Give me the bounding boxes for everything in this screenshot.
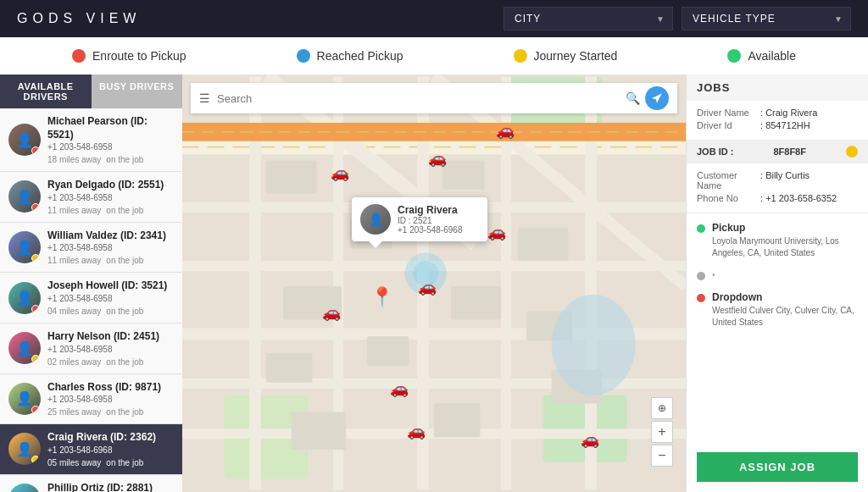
job-id-label: JOB ID : <box>697 146 733 157</box>
vehicle-type-dropdown-wrapper[interactable]: VEHICLE TYPE <box>682 7 851 30</box>
customer-name-row: Customer Name : Billy Curtis <box>697 170 858 191</box>
city-dropdown[interactable]: CITY <box>504 7 673 30</box>
driver-phone: +1 203-548-6958 <box>47 293 174 305</box>
job-driver-info: Driver Name : Craig Rivera Driver Id : 8… <box>687 101 868 141</box>
available-label: Available <box>748 49 796 63</box>
dropdown-location: Dropdown Westfield Culver City, Culver C… <box>697 291 858 329</box>
locations-section: Pickup Loyola Marymount University, Los … <box>687 213 868 444</box>
driver-id-row: Driver Id : 854712HH <box>697 120 858 130</box>
legend-enroute: Enroute to Pickup <box>72 49 186 63</box>
driver-status: on the job <box>106 155 143 164</box>
driver-id-value: : 854712HH <box>760 120 810 130</box>
search-submit-btn[interactable] <box>645 86 669 110</box>
available-dot <box>727 49 741 63</box>
jobs-header: JOBS <box>687 75 868 101</box>
car-enroute-3: 🚗 <box>322 303 341 322</box>
list-item[interactable]: 👤Joseph Howell (ID: 3521)+1 203-548-6958… <box>0 273 182 323</box>
driver-name-row: Driver Name : Craig Rivera <box>697 108 858 118</box>
car-available-4: 🚗 <box>407 422 426 440</box>
driver-info: Michael Pearson (ID: 5521)+1 203-548-695… <box>47 115 174 164</box>
driver-phone: +1 203-548-6958 <box>47 242 174 254</box>
driver-id-label: Driver Id <box>697 120 760 130</box>
journey-dot <box>514 49 527 63</box>
driver-status: on the job <box>106 357 143 367</box>
svg-rect-23 <box>518 228 568 262</box>
avatar: 👤 <box>8 383 41 415</box>
list-item[interactable]: 👤Harry Nelson (ID: 2451)+1 203-548-69580… <box>0 323 182 374</box>
driver-name: Michael Pearson (ID: 5521) <box>47 115 174 141</box>
driver-phone: +1 203-548-6958 <box>47 344 174 356</box>
menu-icon: ☰ <box>199 91 210 105</box>
map-pin: 📍 <box>370 286 393 308</box>
car-available-3: 🚗 <box>390 379 409 398</box>
svg-rect-29 <box>292 412 346 450</box>
pickup-dot <box>697 224 705 233</box>
reached-dot <box>297 49 310 63</box>
driver-info: Craig Rivera (ID: 2362)+1 203-548-696805… <box>47 431 174 467</box>
driver-name-label: Driver Name <box>697 108 760 118</box>
popup-driver-id: ID : 2521 <box>398 216 462 225</box>
list-item[interactable]: 👤Charles Ross (ID: 9871)+1 203-548-69582… <box>0 374 182 425</box>
driver-distance: 25 miles away <box>47 407 101 417</box>
avatar: 👤 <box>8 484 41 492</box>
zoom-in-btn[interactable]: + <box>651 421 673 443</box>
driver-name: Ryan Delgado (ID: 2551) <box>47 179 174 192</box>
driver-name: Harry Nelson (ID: 2451) <box>47 330 174 344</box>
driver-name: Craig Rivera (ID: 2362) <box>47 431 174 445</box>
map-search-bar: ☰ 🔍 <box>191 83 677 113</box>
svg-rect-27 <box>266 353 312 383</box>
svg-rect-26 <box>451 286 501 320</box>
vehicle-type-dropdown[interactable]: VEHICLE TYPE <box>682 7 851 30</box>
waypoint-info: • <box>712 269 715 281</box>
assign-job-button[interactable]: ASSIGN JOB <box>697 452 858 482</box>
driver-info: Ryan Delgado (ID: 2551)+1 203-548-695811… <box>47 179 174 215</box>
driver-distance: 05 miles away <box>47 458 101 467</box>
list-item[interactable]: 👤Phillip Ortiz (ID: 2881)+1 203-548-6958… <box>0 475 182 492</box>
driver-info: Harry Nelson (ID: 2451)+1 203-548-695802… <box>47 330 174 367</box>
map-zoom-controls: ⊕ + − <box>651 397 673 467</box>
driver-status: on the job <box>106 307 143 316</box>
avatar: 👤 <box>8 433 41 465</box>
driver-distance: 04 miles away <box>47 307 101 316</box>
pickup-info: Pickup Loyola Marymount University, Los … <box>712 222 858 259</box>
enroute-dot <box>72 49 86 63</box>
waypoint-address: • <box>712 269 715 281</box>
legend-bar: Enroute to Pickup Reached Pickup Journey… <box>0 37 868 75</box>
avatar: 👤 <box>8 282 41 314</box>
car-enroute-2: 🚗 <box>428 149 447 168</box>
map-area: ☰ 🔍 🚗 🚗 🚗 🚗 🚗 🚗 🚗 🚗 🚗 📍 👤 Craig Rivera I… <box>182 75 686 492</box>
drivers-scroll[interactable]: 👤Michael Pearson (ID: 5521)+1 203-548-69… <box>0 108 182 492</box>
driver-status: on the job <box>106 206 143 215</box>
main-content: AVAILABLE DRIVERS BUSY DRIVERS 👤Michael … <box>0 75 868 492</box>
list-item[interactable]: 👤Craig Rivera (ID: 2362)+1 203-548-69680… <box>0 424 182 475</box>
tab-available-drivers[interactable]: AVAILABLE DRIVERS <box>0 75 92 108</box>
driver-status: on the job <box>106 256 143 265</box>
list-item[interactable]: 👤Ryan Delgado (ID: 2551)+1 203-548-69581… <box>0 172 182 223</box>
driver-info: Charles Ross (ID: 9871)+1 203-548-695825… <box>47 381 174 417</box>
pickup-address: Loyola Marymount University, Los Angeles… <box>712 235 858 259</box>
driver-status: on the job <box>106 458 143 467</box>
customer-name-label: Customer Name <box>697 170 760 191</box>
car-enroute-1: 🚗 <box>331 163 349 182</box>
dropdown-info: Dropdown Westfield Culver City, Culver C… <box>712 291 858 329</box>
list-item[interactable]: 👤William Valdez (ID: 2341)+1 203-548-695… <box>0 223 182 274</box>
driver-info: Phillip Ortiz (ID: 2881)+1 203-548-69581… <box>47 482 174 492</box>
popup-tail <box>369 241 382 248</box>
driver-status: on the job <box>106 407 143 417</box>
zoom-out-btn[interactable]: − <box>651 445 673 467</box>
popup-avatar: 👤 <box>360 204 391 235</box>
waypoint-location: • <box>697 269 858 281</box>
driver-distance: 11 miles away <box>47 206 101 215</box>
driver-info: William Valdez (ID: 2341)+1 203-548-6958… <box>47 229 174 266</box>
tab-busy-drivers[interactable]: BUSY DRIVERS <box>92 75 183 108</box>
popup-info: Craig Rivera ID : 2521 +1 203-548-6968 <box>398 204 462 235</box>
search-input[interactable] <box>217 92 620 105</box>
list-item[interactable]: 👤Michael Pearson (ID: 5521)+1 203-548-69… <box>0 108 182 172</box>
search-icon: 🔍 <box>626 91 640 105</box>
header-dropdowns: CITY VEHICLE TYPE <box>504 7 851 30</box>
job-id-row: JOB ID : 8F8F8F <box>687 141 868 163</box>
legend-available: Available <box>727 49 796 63</box>
dropdown-dot <box>697 294 705 302</box>
driver-phone: +1 203-548-6958 <box>47 192 174 204</box>
city-dropdown-wrapper[interactable]: CITY <box>504 7 673 30</box>
